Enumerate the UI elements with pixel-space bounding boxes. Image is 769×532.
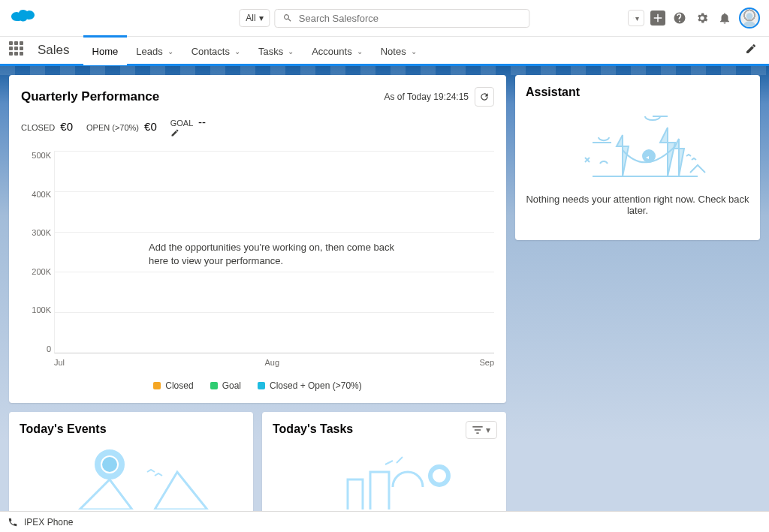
user-avatar[interactable] — [739, 8, 760, 29]
y-tick-label: 100K — [21, 305, 51, 314]
utility-bar: IPEX Phone — [0, 511, 769, 532]
metric-goal: GOAL -- — [170, 116, 207, 137]
edit-nav-button[interactable] — [745, 43, 760, 58]
nav-tab-leads[interactable]: Leads⌄ — [127, 35, 182, 65]
pencil-icon — [170, 128, 179, 137]
legend-swatch — [258, 382, 265, 389]
edit-goal-button[interactable] — [170, 128, 207, 137]
search-scope-dropdown[interactable]: All ▾ — [239, 9, 270, 27]
card-title: Today's Tasks — [273, 422, 496, 436]
page-content: Quarterly Performance As of Today 19:24:… — [0, 66, 769, 511]
nav-tab-label: Notes — [381, 46, 406, 57]
svg-rect-3 — [476, 432, 478, 434]
svg-rect-2 — [475, 429, 481, 431]
y-tick-label: 500K — [21, 151, 51, 160]
chevron-down-icon: ⌄ — [411, 47, 417, 56]
as-of-label: As of Today 19:24:15 — [384, 92, 469, 102]
salesforce-logo — [9, 8, 39, 29]
svg-rect-1 — [472, 426, 482, 428]
hammock-illustration-icon — [562, 105, 713, 188]
global-header: All ▾ ▾ — [0, 0, 769, 36]
metric-open: OPEN (>70%) €0 — [86, 120, 157, 133]
refresh-icon — [479, 92, 490, 102]
chart-area: 500K400K300K200K100K0 Add the opportunit… — [21, 151, 494, 376]
metrics-row: CLOSED €0 OPEN (>70%) €0 GOAL -- — [21, 116, 494, 137]
card-title: Quarterly Performance — [21, 89, 159, 104]
assistant-card: Assistant — [515, 75, 760, 240]
nav-tab-label: Leads — [136, 46, 162, 57]
chevron-down-icon: ⌄ — [234, 47, 240, 56]
city-icon — [273, 442, 496, 509]
legend-swatch — [210, 382, 218, 389]
global-search: All ▾ — [239, 9, 529, 28]
x-tick-label: Aug — [264, 358, 279, 367]
quarterly-performance-card: Quarterly Performance As of Today 19:24:… — [9, 75, 506, 403]
tasks-illustration — [273, 442, 496, 509]
chevron-down-icon: ⌄ — [167, 47, 173, 56]
app-nav-bar: Sales HomeLeads⌄Contacts⌄Tasks⌄Accounts⌄… — [0, 36, 769, 66]
search-scope-label: All — [246, 13, 255, 23]
app-name: Sales — [38, 43, 70, 58]
nav-tab-notes[interactable]: Notes⌄ — [372, 35, 426, 65]
filter-icon — [472, 426, 483, 434]
y-tick-label: 400K — [21, 190, 51, 199]
mountain-icon — [20, 442, 243, 509]
chevron-down-icon: ▾ — [486, 425, 490, 435]
chevron-down-icon: ⌄ — [357, 47, 363, 56]
metric-closed: CLOSED €0 — [21, 120, 73, 133]
search-icon — [283, 13, 293, 23]
y-tick-label: 300K — [21, 228, 51, 237]
chart-empty-message: Add the opportunities you're working on,… — [149, 241, 404, 268]
card-title: Assistant — [526, 86, 749, 99]
chart-x-axis: JulAugSep — [54, 358, 494, 367]
chart-legend: Closed Goal Closed + Open (>70%) — [21, 380, 494, 391]
search-box — [275, 9, 530, 28]
tasks-filter-button[interactable]: ▾ — [466, 421, 497, 439]
nav-tab-tasks[interactable]: Tasks⌄ — [249, 35, 303, 65]
chevron-down-icon: ▾ — [259, 13, 264, 23]
nav-tab-label: Home — [92, 46, 119, 57]
header-actions: ▾ — [628, 8, 760, 29]
chevron-down-icon: ▾ — [635, 14, 639, 23]
notifications-button[interactable] — [716, 10, 733, 26]
x-tick-label: Sep — [479, 358, 494, 367]
nav-tab-label: Accounts — [312, 46, 351, 57]
events-illustration — [20, 442, 243, 509]
search-input[interactable] — [299, 13, 522, 24]
phone-icon — [8, 517, 18, 527]
nav-tabs: HomeLeads⌄Contacts⌄Tasks⌄Accounts⌄Notes⌄ — [83, 35, 426, 65]
app-launcher-button[interactable] — [9, 41, 27, 59]
legend-closed: Closed — [153, 380, 193, 391]
global-actions-button[interactable] — [650, 11, 665, 26]
assistant-illustration — [526, 105, 749, 188]
y-tick-label: 200K — [21, 267, 51, 276]
chevron-down-icon: ⌄ — [288, 47, 294, 56]
legend-closed-open: Closed + Open (>70%) — [258, 380, 362, 391]
x-tick-label: Jul — [54, 358, 65, 367]
nav-tab-accounts[interactable]: Accounts⌄ — [303, 35, 371, 65]
card-title: Today's Events — [20, 422, 243, 436]
y-tick-label: 0 — [21, 344, 51, 353]
nav-tab-label: Contacts — [191, 46, 230, 57]
nav-tab-home[interactable]: Home — [83, 35, 128, 65]
refresh-button[interactable] — [475, 87, 494, 107]
help-button[interactable] — [671, 10, 688, 26]
utility-phone-button[interactable]: IPEX Phone — [24, 517, 73, 527]
legend-goal: Goal — [210, 380, 241, 391]
nav-tab-contacts[interactable]: Contacts⌄ — [182, 35, 249, 65]
favorites-button[interactable]: ▾ — [628, 10, 644, 26]
decorative-band — [0, 66, 769, 75]
setup-button[interactable] — [694, 10, 710, 26]
legend-swatch — [153, 382, 161, 389]
svg-point-0 — [746, 13, 753, 20]
nav-tab-label: Tasks — [258, 46, 283, 57]
chart-y-axis: 500K400K300K200K100K0 — [21, 151, 51, 353]
assistant-message: Nothing needs your attention right now. … — [526, 194, 749, 216]
